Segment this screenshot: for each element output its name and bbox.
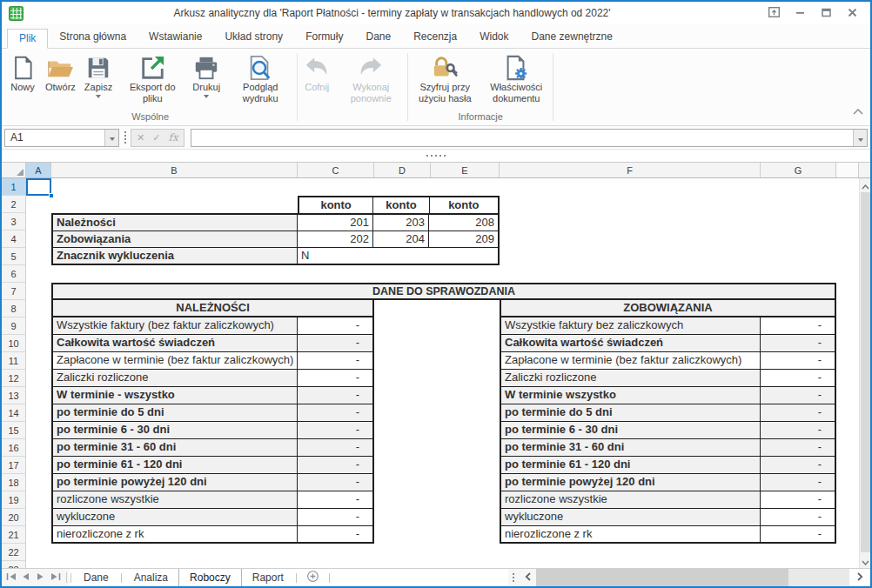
row-header-4[interactable]: 4: [2, 231, 26, 248]
row-label-cell[interactable]: W terminie - wszystko: [53, 387, 298, 404]
selected-cell-a1[interactable]: [26, 178, 51, 196]
row-header-5[interactable]: 5: [2, 248, 26, 265]
new-button[interactable]: Nowy: [4, 51, 41, 93]
name-box[interactable]: A1: [4, 129, 119, 147]
row-label-cell[interactable]: rozliczone wszystkie: [53, 491, 298, 508]
formula-bar-grip[interactable]: [119, 131, 131, 144]
tab-plik[interactable]: Plik: [7, 29, 48, 49]
row-header-17[interactable]: 17: [2, 457, 26, 474]
row-header-18[interactable]: 18: [2, 474, 26, 491]
row-label-cell[interactable]: Zapłacone w terminie (bez faktur zaliczk…: [501, 352, 761, 369]
tab-dane-zewnetrzne[interactable]: Dane zewnętrzne: [520, 28, 624, 48]
close-button[interactable]: [839, 4, 865, 22]
sheet-area[interactable]: kontokontokontoNależności201203208Zobowi…: [26, 178, 859, 568]
previous-sheet-button[interactable]: [18, 569, 33, 586]
row-label-cell[interactable]: nierozliczone z rk: [501, 526, 761, 542]
row-label-cell[interactable]: Zobowiązania: [53, 231, 298, 247]
row-header-1[interactable]: 1: [2, 178, 26, 196]
row-header-8[interactable]: 8: [2, 300, 26, 317]
value-cell[interactable]: -: [761, 439, 835, 456]
row-header-23[interactable]: 23: [2, 561, 26, 568]
first-sheet-button[interactable]: [3, 569, 18, 586]
value-cell[interactable]: -: [761, 404, 835, 421]
row-label-cell[interactable]: po terminie 6 - 30 dni: [501, 422, 761, 438]
row-header-11[interactable]: 11: [2, 352, 26, 370]
tab-strip-resize-grip[interactable]: [508, 569, 519, 586]
row-header-2[interactable]: 2: [2, 196, 26, 213]
vertical-scrollbar[interactable]: [859, 178, 870, 568]
value-cell[interactable]: -: [298, 370, 372, 386]
value-cell[interactable]: -: [761, 526, 835, 542]
row-label-cell[interactable]: rozliczone wszystkie: [501, 491, 761, 508]
row-header-13[interactable]: 13: [2, 387, 26, 404]
konto-header-cell[interactable]: konto: [373, 197, 429, 213]
collapse-ribbon-button[interactable]: [853, 103, 863, 118]
row-label-cell[interactable]: Całkowita wartość świadczeń: [53, 335, 298, 351]
tab-recenzja[interactable]: Recenzja: [402, 28, 468, 48]
vertical-scrollbar-thumb[interactable]: [861, 192, 870, 552]
row-header-16[interactable]: 16: [2, 439, 26, 457]
row-label-cell[interactable]: nierozliczone z rk: [53, 526, 298, 542]
print-button[interactable]: Drukuj: [188, 51, 225, 98]
tab-uklad-strony[interactable]: Układ strony: [213, 28, 294, 48]
select-all-corner[interactable]: [2, 163, 26, 177]
row-label-cell[interactable]: wykluczone: [501, 509, 761, 525]
print-preview-button[interactable]: Podgląd wydruku: [225, 51, 296, 104]
row-label-cell[interactable]: wykluczone: [53, 509, 298, 525]
value-cell[interactable]: 204: [373, 231, 429, 247]
horizontal-scrollbar-thumb[interactable]: [536, 569, 788, 586]
toggle-ribbon-button[interactable]: [761, 4, 787, 22]
cancel-icon[interactable]: ✕: [137, 132, 144, 144]
row-label-cell[interactable]: po terminie powyżej 120 dni: [53, 474, 298, 491]
last-sheet-button[interactable]: [48, 569, 63, 586]
konto-header-cell[interactable]: konto: [430, 197, 498, 213]
row-label-cell[interactable]: po terminie 61 - 120 dni: [501, 457, 761, 473]
value-cell[interactable]: -: [761, 509, 835, 525]
row-header-10[interactable]: 10: [2, 335, 26, 352]
column-header-g[interactable]: G: [761, 163, 836, 177]
sheet-tab-dane[interactable]: Dane: [73, 569, 119, 586]
row-label-cell[interactable]: Zaliczki rozliczone: [53, 370, 298, 386]
encrypt-with-password-button[interactable]: Szyfruj przy użyciu hasła: [409, 51, 480, 104]
column-header-c[interactable]: C: [298, 163, 374, 177]
value-cell[interactable]: -: [298, 439, 372, 456]
value-cell[interactable]: -: [298, 404, 372, 421]
value-cell[interactable]: 201: [298, 215, 373, 231]
value-cell[interactable]: -: [761, 335, 835, 351]
formula-bar-dropdown[interactable]: [853, 130, 867, 146]
tab-formuly[interactable]: Formuły: [294, 28, 354, 48]
value-cell[interactable]: -: [761, 370, 835, 386]
row-header-20[interactable]: 20: [2, 509, 26, 526]
undo-button[interactable]: Cofnij: [298, 51, 335, 93]
row-label-cell[interactable]: po terminie powyżej 120 dni: [501, 474, 761, 491]
column-header-e[interactable]: E: [431, 163, 500, 177]
column-header-d[interactable]: D: [374, 163, 431, 177]
value-cell[interactable]: -: [761, 474, 835, 491]
value-cell[interactable]: 208: [429, 215, 498, 231]
save-button[interactable]: Zapisz: [80, 51, 117, 98]
formula-input[interactable]: [191, 129, 868, 147]
scroll-up-button[interactable]: [860, 178, 870, 192]
scroll-down-button[interactable]: [860, 554, 870, 568]
value-cell[interactable]: -: [298, 422, 372, 438]
tab-wstawianie[interactable]: Wstawianie: [138, 28, 213, 48]
maximize-button[interactable]: [813, 4, 839, 22]
sheet-tab-raport[interactable]: Raport: [242, 569, 294, 586]
name-box-dropdown[interactable]: [104, 130, 118, 146]
value-cell[interactable]: 209: [429, 231, 498, 247]
value-cell[interactable]: -: [761, 457, 835, 473]
row-header-19[interactable]: 19: [2, 491, 26, 509]
row-label-cell[interactable]: Znacznik wykluczenia: [53, 248, 298, 264]
column-header-partial[interactable]: [836, 163, 859, 177]
column-header-a[interactable]: A: [26, 163, 51, 177]
value-cell[interactable]: -: [298, 509, 372, 525]
row-label-cell[interactable]: W terminie wszystko: [501, 387, 761, 404]
row-header-9[interactable]: 9: [2, 317, 26, 335]
marker-value-cell[interactable]: N: [298, 248, 498, 264]
fill-handle[interactable]: [49, 193, 54, 198]
value-cell[interactable]: -: [298, 317, 372, 334]
scroll-left-button[interactable]: [519, 569, 536, 586]
row-label-cell[interactable]: po terminie 31 - 60 dni: [53, 439, 298, 456]
value-cell[interactable]: -: [761, 387, 835, 404]
row-label-cell[interactable]: Należności: [53, 215, 298, 231]
